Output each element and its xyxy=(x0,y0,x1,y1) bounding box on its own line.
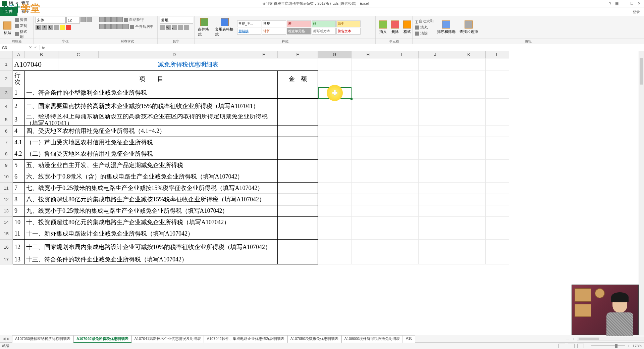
cell[interactable] xyxy=(452,205,486,217)
italic-icon[interactable]: I xyxy=(42,25,47,30)
align-middle-icon[interactable] xyxy=(105,17,111,22)
cell[interactable] xyxy=(385,255,419,264)
horizontal-scrollbar[interactable] xyxy=(577,337,644,341)
cell[interactable] xyxy=(278,99,318,114)
cell-style-0[interactable]: 常规_主... xyxy=(237,20,261,27)
cell[interactable]: 四、受灾地区农村信用社免征企业所得税（4.1+4.2） xyxy=(25,126,278,137)
cell[interactable]: 4.1 xyxy=(13,137,25,148)
cell[interactable]: 十一、新办集成电路设计企业减免企业所得税（填写A107042） xyxy=(25,228,278,240)
cell[interactable] xyxy=(419,137,452,148)
cell[interactable] xyxy=(352,137,385,148)
sheet-tab-1[interactable]: A107040减免所得税优惠明细表 xyxy=(73,335,131,343)
cell[interactable]: 11 xyxy=(13,228,25,240)
cell[interactable]: 八、投资额超过80亿元的集成电路生产企业减按15%税率征收企业所得税（填写A10… xyxy=(25,194,278,205)
cell[interactable]: 六、线宽小于0.8微米（含）的集成电路生产企业减免企业所得税（填写A107042… xyxy=(25,171,278,183)
cell[interactable] xyxy=(452,99,486,114)
orientation-icon[interactable] xyxy=(117,17,123,22)
cell[interactable] xyxy=(318,148,352,160)
cell[interactable]: 行次 xyxy=(13,70,25,87)
cell[interactable]: 一、符合条件的小型微利企业减免企业所得税 xyxy=(25,87,278,99)
zoom-out-button[interactable]: − xyxy=(587,344,589,348)
cell[interactable] xyxy=(452,70,486,87)
cell-styles-gallery[interactable]: 常规_主...常规差好适中超链接计算检查单元格解释性文本警告文本 xyxy=(237,20,373,35)
zoom-slider[interactable] xyxy=(591,345,625,346)
accept-formula-icon[interactable]: ✓ xyxy=(34,45,37,50)
cancel-formula-icon[interactable]: ✕ xyxy=(29,45,32,50)
cell[interactable] xyxy=(452,255,486,264)
cell[interactable] xyxy=(385,160,419,171)
cell[interactable] xyxy=(452,240,486,255)
sheet-tab-4[interactable]: A107050税额抵免优惠明细表 xyxy=(287,335,341,343)
cell[interactable] xyxy=(318,255,352,264)
cell[interactable] xyxy=(419,183,452,194)
view-normal-button[interactable] xyxy=(558,344,565,348)
view-page-layout-button[interactable] xyxy=(568,344,575,348)
select-all-corner[interactable] xyxy=(0,51,13,58)
row-head-6[interactable]: 6 xyxy=(0,126,13,137)
cell[interactable] xyxy=(419,99,452,114)
cell[interactable] xyxy=(318,240,352,255)
cell[interactable] xyxy=(318,160,352,171)
cell-style-7[interactable]: 检查单元格 xyxy=(287,28,311,35)
cell[interactable] xyxy=(452,194,486,205)
row-head-2[interactable]: 2 xyxy=(0,70,13,87)
cell[interactable] xyxy=(452,58,486,70)
zoom-level[interactable]: 178% xyxy=(633,344,642,348)
add-sheet-button[interactable]: + xyxy=(571,337,577,341)
cell[interactable] xyxy=(486,183,509,194)
cell[interactable] xyxy=(385,194,419,205)
copy-button[interactable]: 复制 xyxy=(14,23,31,29)
cell[interactable]: 十二、国家规划布局内集成电路设计企业可减按10%的税率征收企业所得税（填写A10… xyxy=(25,240,278,255)
row-head-5[interactable]: 5 xyxy=(0,114,13,126)
cell[interactable] xyxy=(486,126,509,137)
row-head-12[interactable]: 12 xyxy=(0,194,13,205)
view-page-break-button[interactable] xyxy=(577,344,584,348)
cell[interactable] xyxy=(385,70,419,87)
login-link[interactable]: 登录 xyxy=(629,8,644,16)
row-head-9[interactable]: 9 xyxy=(0,160,13,171)
cell[interactable] xyxy=(486,70,509,87)
row-headers[interactable]: 1234567891011121314151617 xyxy=(0,58,13,264)
cell[interactable]: 七、线宽小于0.25微米的集成电路生产企业减按15%税率征收企业所得税（填写A1… xyxy=(25,183,278,194)
col-head-A[interactable]: A xyxy=(13,51,25,58)
cell[interactable] xyxy=(385,58,419,70)
cell[interactable] xyxy=(278,126,318,137)
cell[interactable]: 三、经济特区和上海浦东新区新设立的高新技术企业在区内取得的所得定期减免企业所得税… xyxy=(25,114,278,126)
cell[interactable]: 6 xyxy=(13,171,25,183)
col-head-J[interactable]: J xyxy=(419,51,452,58)
cell[interactable] xyxy=(278,183,318,194)
cell[interactable] xyxy=(352,114,385,126)
vscroll-thumb[interactable] xyxy=(640,58,643,85)
col-head-C[interactable]: C xyxy=(58,51,99,58)
row-head-10[interactable]: 10 xyxy=(0,171,13,183)
cell[interactable] xyxy=(278,255,318,264)
decrease-font-icon[interactable] xyxy=(87,17,92,22)
cell[interactable] xyxy=(419,58,452,70)
cell[interactable] xyxy=(385,137,419,148)
cell[interactable] xyxy=(318,126,352,137)
cell[interactable] xyxy=(419,114,452,126)
cell[interactable]: 2 xyxy=(13,99,25,114)
cell[interactable] xyxy=(385,126,419,137)
cell[interactable] xyxy=(419,217,452,228)
cell[interactable] xyxy=(278,87,318,99)
cell[interactable] xyxy=(352,217,385,228)
cell[interactable] xyxy=(318,217,352,228)
cell[interactable] xyxy=(486,217,509,228)
cell[interactable] xyxy=(452,148,486,160)
cell[interactable] xyxy=(452,160,486,171)
cell[interactable] xyxy=(318,114,352,126)
cell[interactable] xyxy=(419,70,452,87)
format-painter-button[interactable]: 格式刷 xyxy=(14,29,31,40)
cell[interactable] xyxy=(385,205,419,217)
maximize-icon[interactable]: ☐ xyxy=(630,1,634,6)
cell[interactable] xyxy=(385,228,419,240)
cell[interactable] xyxy=(352,194,385,205)
cell[interactable] xyxy=(452,171,486,183)
cell[interactable] xyxy=(486,228,509,240)
font-color-icon[interactable] xyxy=(66,25,71,30)
format-cells-button[interactable]: 格式 xyxy=(402,20,413,35)
align-bottom-icon[interactable] xyxy=(111,17,117,22)
align-top-icon[interactable] xyxy=(99,17,105,22)
sheet-nav[interactable]: ◀▶ xyxy=(0,337,12,341)
